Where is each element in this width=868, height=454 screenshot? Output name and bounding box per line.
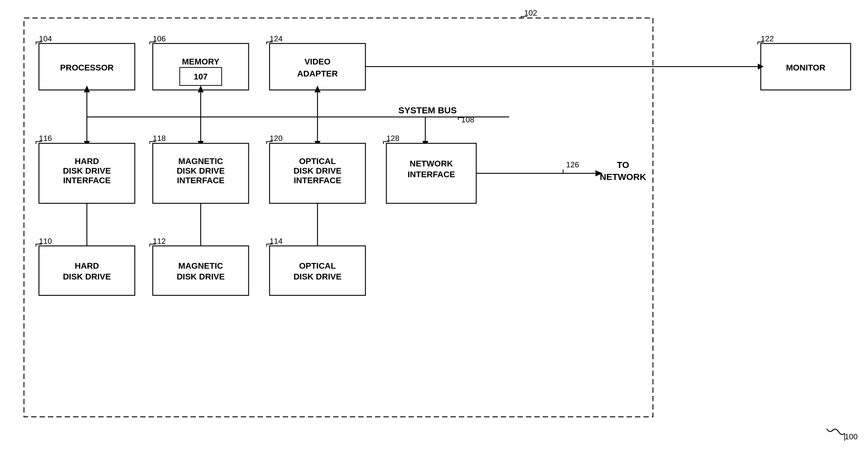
ref-100: 100 (845, 432, 858, 441)
odd-interface-line3: INTERFACE (294, 176, 341, 185)
processor-label: PROCESSOR (60, 63, 114, 72)
ref-126: 126 (566, 160, 579, 169)
diagram-container: 102 100 PROCESSOR 104 MEMORY 107 106 VID… (0, 0, 868, 454)
to-network-line1: TO (617, 160, 629, 170)
memory-label: MEMORY (182, 57, 220, 66)
ref-107-label: 107 (194, 72, 208, 81)
mdd-interface-line3: INTERFACE (177, 176, 225, 185)
hdd-line2: DISK DRIVE (63, 272, 111, 281)
ref-102: 102 (524, 8, 537, 18)
hdd-box (39, 246, 135, 295)
hdd-interface-line3: INTERFACE (63, 176, 111, 185)
network-interface-line2: INTERFACE (408, 170, 455, 179)
odd-interface-line2: DISK DRIVE (293, 166, 341, 175)
video-adapter-line1: VIDEO (304, 57, 330, 66)
mdd-line2: DISK DRIVE (177, 272, 225, 281)
mdd-line1: MAGNETIC (178, 261, 223, 271)
video-adapter-box (270, 44, 365, 90)
odd-interface-line1: OPTICAL (299, 157, 336, 166)
hdd-line1: HARD (75, 261, 99, 271)
odd-line2: DISK DRIVE (293, 272, 341, 281)
odd-box (270, 246, 365, 295)
mdd-box (153, 246, 249, 295)
hdd-interface-line1: HARD (75, 157, 99, 166)
monitor-label: MONITOR (786, 63, 826, 72)
video-adapter-line2: ADAPTER (297, 69, 338, 78)
odd-line1: OPTICAL (299, 261, 336, 271)
network-interface-line1: NETWORK (410, 159, 453, 168)
ref-108: 108 (461, 115, 474, 124)
mdd-interface-line2: DISK DRIVE (177, 166, 225, 175)
system-bus-label: SYSTEM BUS (398, 105, 457, 115)
to-network-line2: NETWORK (600, 172, 646, 182)
hdd-interface-line2: DISK DRIVE (63, 166, 111, 175)
mdd-interface-line1: MAGNETIC (178, 157, 223, 166)
